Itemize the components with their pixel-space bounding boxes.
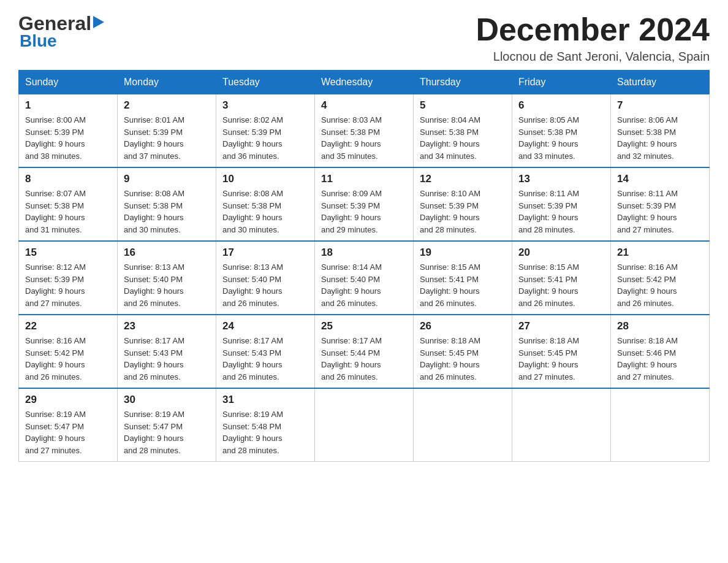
day-number: 1 bbox=[25, 99, 111, 112]
calendar-cell: 24Sunrise: 8:17 AMSunset: 5:43 PMDayligh… bbox=[216, 315, 315, 388]
page-header: General Blue December 2024 Llocnou de Sa… bbox=[18, 12, 710, 64]
day-info: Sunrise: 8:11 AMSunset: 5:39 PMDaylight:… bbox=[518, 188, 604, 236]
day-info: Sunrise: 8:18 AMSunset: 5:45 PMDaylight:… bbox=[420, 335, 506, 383]
day-info: Sunrise: 8:17 AMSunset: 5:43 PMDaylight:… bbox=[222, 335, 308, 383]
day-number: 31 bbox=[222, 394, 308, 406]
day-info: Sunrise: 8:16 AMSunset: 5:42 PMDaylight:… bbox=[25, 335, 111, 383]
day-number: 7 bbox=[617, 99, 703, 112]
day-info: Sunrise: 8:17 AMSunset: 5:44 PMDaylight:… bbox=[321, 335, 407, 383]
calendar-cell: 10Sunrise: 8:08 AMSunset: 5:38 PMDayligh… bbox=[216, 167, 315, 241]
day-number: 2 bbox=[124, 99, 210, 112]
col-saturday: Saturday bbox=[611, 71, 710, 94]
day-info: Sunrise: 8:17 AMSunset: 5:43 PMDaylight:… bbox=[124, 335, 210, 383]
calendar-cell: 11Sunrise: 8:09 AMSunset: 5:39 PMDayligh… bbox=[315, 167, 414, 241]
day-number: 20 bbox=[518, 247, 604, 259]
day-info: Sunrise: 8:01 AMSunset: 5:39 PMDaylight:… bbox=[124, 114, 210, 162]
calendar-cell: 19Sunrise: 8:15 AMSunset: 5:41 PMDayligh… bbox=[414, 241, 512, 315]
calendar-cell bbox=[611, 388, 710, 462]
day-number: 12 bbox=[420, 173, 506, 185]
day-info: Sunrise: 8:09 AMSunset: 5:39 PMDaylight:… bbox=[321, 188, 407, 236]
logo: General Blue bbox=[18, 12, 104, 51]
calendar-cell: 14Sunrise: 8:11 AMSunset: 5:39 PMDayligh… bbox=[611, 167, 710, 241]
day-info: Sunrise: 8:00 AMSunset: 5:39 PMDaylight:… bbox=[25, 114, 111, 162]
calendar-cell: 13Sunrise: 8:11 AMSunset: 5:39 PMDayligh… bbox=[512, 167, 611, 241]
day-number: 28 bbox=[617, 320, 703, 332]
day-info: Sunrise: 8:19 AMSunset: 5:47 PMDaylight:… bbox=[124, 408, 210, 456]
col-wednesday: Wednesday bbox=[315, 71, 414, 94]
calendar-header: Sunday Monday Tuesday Wednesday Thursday… bbox=[19, 71, 710, 94]
day-number: 14 bbox=[617, 173, 703, 185]
title-section: December 2024 Llocnou de Sant Jeroni, Va… bbox=[476, 12, 710, 64]
day-number: 10 bbox=[222, 173, 308, 185]
day-number: 25 bbox=[321, 320, 407, 332]
calendar-cell: 7Sunrise: 8:06 AMSunset: 5:38 PMDaylight… bbox=[611, 94, 710, 168]
calendar-week-row: 29Sunrise: 8:19 AMSunset: 5:47 PMDayligh… bbox=[19, 388, 710, 462]
calendar-cell: 25Sunrise: 8:17 AMSunset: 5:44 PMDayligh… bbox=[315, 315, 414, 388]
day-info: Sunrise: 8:19 AMSunset: 5:48 PMDaylight:… bbox=[222, 408, 308, 456]
day-number: 9 bbox=[124, 173, 210, 185]
calendar-cell: 18Sunrise: 8:14 AMSunset: 5:40 PMDayligh… bbox=[315, 241, 414, 315]
calendar-week-row: 22Sunrise: 8:16 AMSunset: 5:42 PMDayligh… bbox=[19, 315, 710, 388]
col-sunday: Sunday bbox=[19, 71, 118, 94]
day-info: Sunrise: 8:18 AMSunset: 5:46 PMDaylight:… bbox=[617, 335, 703, 383]
calendar-cell bbox=[414, 388, 512, 462]
calendar-cell: 12Sunrise: 8:10 AMSunset: 5:39 PMDayligh… bbox=[414, 167, 512, 241]
calendar-cell: 8Sunrise: 8:07 AMSunset: 5:38 PMDaylight… bbox=[19, 167, 118, 241]
calendar-cell: 28Sunrise: 8:18 AMSunset: 5:46 PMDayligh… bbox=[611, 315, 710, 388]
header-row: Sunday Monday Tuesday Wednesday Thursday… bbox=[19, 71, 710, 94]
day-info: Sunrise: 8:13 AMSunset: 5:40 PMDaylight:… bbox=[124, 261, 210, 309]
month-title: December 2024 bbox=[476, 12, 710, 47]
calendar-cell bbox=[512, 388, 611, 462]
day-info: Sunrise: 8:06 AMSunset: 5:38 PMDaylight:… bbox=[617, 114, 703, 162]
day-number: 13 bbox=[518, 173, 604, 185]
day-info: Sunrise: 8:10 AMSunset: 5:39 PMDaylight:… bbox=[420, 188, 506, 236]
calendar-body: 1Sunrise: 8:00 AMSunset: 5:39 PMDaylight… bbox=[19, 94, 710, 462]
calendar-cell: 23Sunrise: 8:17 AMSunset: 5:43 PMDayligh… bbox=[118, 315, 216, 388]
calendar-cell: 6Sunrise: 8:05 AMSunset: 5:38 PMDaylight… bbox=[512, 94, 611, 168]
calendar-cell: 9Sunrise: 8:08 AMSunset: 5:38 PMDaylight… bbox=[118, 167, 216, 241]
calendar-cell: 20Sunrise: 8:15 AMSunset: 5:41 PMDayligh… bbox=[512, 241, 611, 315]
calendar-cell: 31Sunrise: 8:19 AMSunset: 5:48 PMDayligh… bbox=[216, 388, 315, 462]
calendar-week-row: 1Sunrise: 8:00 AMSunset: 5:39 PMDaylight… bbox=[19, 94, 710, 168]
col-monday: Monday bbox=[118, 71, 216, 94]
day-number: 30 bbox=[124, 394, 210, 406]
calendar-table: Sunday Monday Tuesday Wednesday Thursday… bbox=[18, 70, 710, 462]
day-number: 27 bbox=[518, 320, 604, 332]
day-info: Sunrise: 8:18 AMSunset: 5:45 PMDaylight:… bbox=[518, 335, 604, 383]
day-number: 26 bbox=[420, 320, 506, 332]
calendar-cell: 30Sunrise: 8:19 AMSunset: 5:47 PMDayligh… bbox=[118, 388, 216, 462]
calendar-week-row: 15Sunrise: 8:12 AMSunset: 5:39 PMDayligh… bbox=[19, 241, 710, 315]
calendar-cell: 29Sunrise: 8:19 AMSunset: 5:47 PMDayligh… bbox=[19, 388, 118, 462]
day-number: 19 bbox=[420, 247, 506, 259]
calendar-cell: 17Sunrise: 8:13 AMSunset: 5:40 PMDayligh… bbox=[216, 241, 315, 315]
day-number: 8 bbox=[25, 173, 111, 185]
calendar-cell: 4Sunrise: 8:03 AMSunset: 5:38 PMDaylight… bbox=[315, 94, 414, 168]
calendar-cell: 15Sunrise: 8:12 AMSunset: 5:39 PMDayligh… bbox=[19, 241, 118, 315]
day-info: Sunrise: 8:03 AMSunset: 5:38 PMDaylight:… bbox=[321, 114, 407, 162]
calendar-cell: 5Sunrise: 8:04 AMSunset: 5:38 PMDaylight… bbox=[414, 94, 512, 168]
calendar-cell: 27Sunrise: 8:18 AMSunset: 5:45 PMDayligh… bbox=[512, 315, 611, 388]
day-info: Sunrise: 8:12 AMSunset: 5:39 PMDaylight:… bbox=[25, 261, 111, 309]
calendar-cell: 22Sunrise: 8:16 AMSunset: 5:42 PMDayligh… bbox=[19, 315, 118, 388]
day-info: Sunrise: 8:19 AMSunset: 5:47 PMDaylight:… bbox=[25, 408, 111, 456]
day-info: Sunrise: 8:14 AMSunset: 5:40 PMDaylight:… bbox=[321, 261, 407, 309]
day-info: Sunrise: 8:13 AMSunset: 5:40 PMDaylight:… bbox=[222, 261, 308, 309]
day-number: 23 bbox=[124, 320, 210, 332]
svg-marker-0 bbox=[93, 16, 104, 28]
day-number: 11 bbox=[321, 173, 407, 185]
calendar-week-row: 8Sunrise: 8:07 AMSunset: 5:38 PMDaylight… bbox=[19, 167, 710, 241]
calendar-cell: 16Sunrise: 8:13 AMSunset: 5:40 PMDayligh… bbox=[118, 241, 216, 315]
day-number: 29 bbox=[25, 394, 111, 406]
day-number: 17 bbox=[222, 247, 308, 259]
day-info: Sunrise: 8:04 AMSunset: 5:38 PMDaylight:… bbox=[420, 114, 506, 162]
logo-blue: Blue bbox=[20, 31, 57, 51]
calendar-cell: 26Sunrise: 8:18 AMSunset: 5:45 PMDayligh… bbox=[414, 315, 512, 388]
day-info: Sunrise: 8:08 AMSunset: 5:38 PMDaylight:… bbox=[222, 188, 308, 236]
day-number: 24 bbox=[222, 320, 308, 332]
day-info: Sunrise: 8:08 AMSunset: 5:38 PMDaylight:… bbox=[124, 188, 210, 236]
day-info: Sunrise: 8:05 AMSunset: 5:38 PMDaylight:… bbox=[518, 114, 604, 162]
day-info: Sunrise: 8:16 AMSunset: 5:42 PMDaylight:… bbox=[617, 261, 703, 309]
calendar-cell: 21Sunrise: 8:16 AMSunset: 5:42 PMDayligh… bbox=[611, 241, 710, 315]
col-tuesday: Tuesday bbox=[216, 71, 315, 94]
day-info: Sunrise: 8:15 AMSunset: 5:41 PMDaylight:… bbox=[420, 261, 506, 309]
